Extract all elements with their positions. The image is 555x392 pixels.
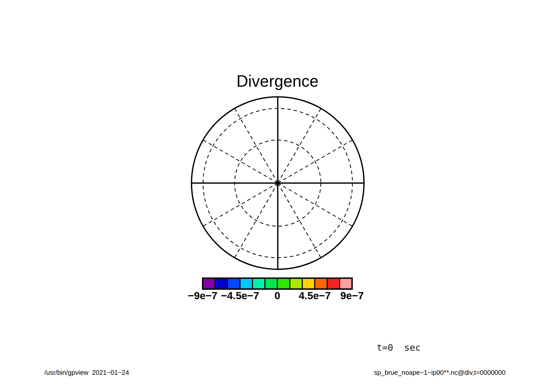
colorbar-cell [252, 278, 265, 289]
colorbar-cell [302, 278, 315, 289]
colorbar-cell [290, 278, 302, 289]
colorbar-cell [327, 278, 340, 289]
polar-grid [192, 97, 364, 269]
plot-page: Divergence −9e−7−4.5e−704.5e−79e−7 t=0 s… [0, 0, 555, 392]
colorbar-cell [240, 278, 252, 289]
meridian-dashed [278, 109, 321, 183]
time-annotation: t=0 sec [377, 342, 421, 353]
colorbar-tick-label: −9e−7 [188, 290, 217, 301]
divergence-plot-canvas: Divergence −9e−7−4.5e−704.5e−79e−7 t=0 s… [0, 0, 555, 392]
footer-source-file: sp_brue_noape−1−ip00**.nc@div,t=0000000 [374, 369, 506, 376]
colorbar-tick-label: 4.5e−7 [299, 290, 331, 301]
colorbar-cell [265, 278, 277, 289]
meridian-dashed [278, 183, 352, 226]
colorbar-tick-label: 0 [274, 290, 280, 301]
meridian-dashed [203, 140, 278, 183]
colorbar-tick-label: −4.5e−7 [221, 290, 259, 301]
footer-program-date: /usr/bin/gpview 2021−01−24 [44, 369, 129, 376]
colorbar-cell [315, 278, 327, 289]
colorbar-tick-label: 9e−7 [340, 290, 364, 301]
colorbar-cell [203, 278, 215, 289]
colorbar-cell [228, 278, 240, 289]
meridian-dashed [203, 183, 278, 226]
plot-title: Divergence [236, 72, 319, 90]
colorbar-cell [340, 278, 352, 289]
colorbar-cell [278, 278, 290, 289]
colorbar: −9e−7−4.5e−704.5e−79e−7 [188, 278, 364, 301]
colorbar-cell [215, 278, 228, 289]
